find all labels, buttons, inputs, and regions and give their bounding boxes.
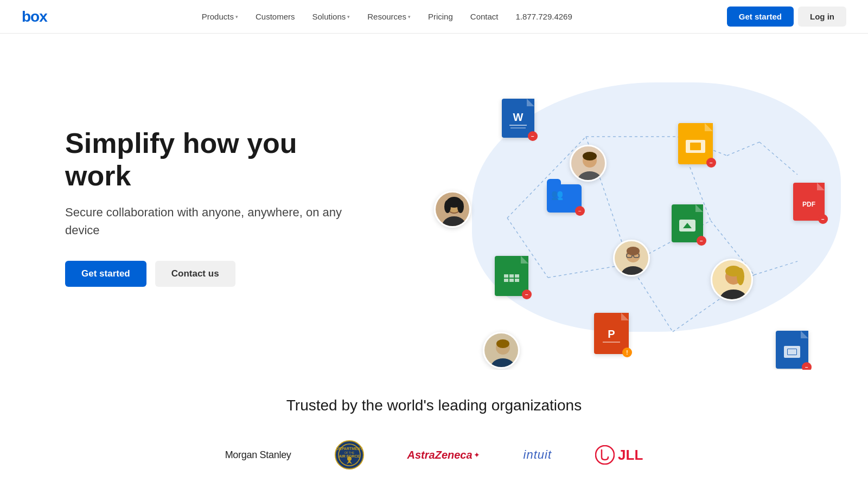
main-nav: Products ▾ Customers Solutions ▾ Resourc… xyxy=(194,8,580,25)
hero-contact-button[interactable]: Contact us xyxy=(155,261,235,287)
astrazeneca-logo: AstraZeneca ✦ xyxy=(407,441,480,468)
header-actions: Get started Log in xyxy=(727,7,846,27)
air-force-seal: DEPARTMENT OF THE AIR FORCE xyxy=(335,441,364,468)
svg-line-12 xyxy=(754,261,797,275)
blueprint-icon: − xyxy=(776,331,808,369)
brand-logos: Morgan Stanley DEPARTMENT OF THE AIR FOR… xyxy=(22,441,846,468)
intuit-logo: intuit xyxy=(524,441,552,468)
hero-get-started-button[interactable]: Get started xyxy=(65,261,146,287)
nav-resources[interactable]: Resources ▾ xyxy=(360,8,418,25)
svg-line-13 xyxy=(760,142,797,175)
morgan-stanley-logo: Morgan Stanley xyxy=(225,441,291,468)
slides-icon: − xyxy=(678,123,713,164)
trusted-section: Trusted by the world's leading organizat… xyxy=(0,370,868,495)
nav-pricing[interactable]: Pricing xyxy=(420,8,461,25)
image-icon: − xyxy=(672,204,703,242)
chevron-down-icon: ▾ xyxy=(347,14,350,20)
svg-point-31 xyxy=(627,247,640,255)
hero-graphic: W − − 👥 − xyxy=(401,66,825,348)
svg-point-47 xyxy=(347,457,352,461)
nav-products[interactable]: Products ▾ xyxy=(194,8,246,25)
avatar-man-top xyxy=(570,145,607,182)
hero-subtitle: Secure collaboration with anyone, anywhe… xyxy=(65,203,347,239)
nav-solutions[interactable]: Solutions ▾ xyxy=(305,8,358,25)
hero-title: Simplify how you work xyxy=(65,127,347,192)
login-button[interactable]: Log in xyxy=(798,7,846,27)
hero-buttons: Get started Contact us xyxy=(65,261,347,287)
get-started-button[interactable]: Get started xyxy=(727,7,794,27)
svg-point-20 xyxy=(457,200,464,213)
svg-text:DEPARTMENT: DEPARTMENT xyxy=(336,447,363,451)
svg-point-48 xyxy=(596,446,614,464)
header: box Products ▾ Customers Solutions ▾ Res… xyxy=(0,0,868,34)
svg-point-19 xyxy=(444,200,451,213)
avatar-woman-left xyxy=(434,191,471,228)
nav-customers[interactable]: Customers xyxy=(248,8,303,25)
logo-text: box xyxy=(22,8,47,25)
avatar-man-glasses xyxy=(613,240,650,277)
svg-point-24 xyxy=(583,152,597,160)
hero-section: Simplify how you work Secure collaborati… xyxy=(0,34,868,370)
svg-point-40 xyxy=(496,339,509,348)
logo[interactable]: box xyxy=(22,8,47,25)
chevron-down-icon: ▾ xyxy=(408,14,411,20)
pdf-icon: PDF − xyxy=(793,183,825,221)
svg-point-36 xyxy=(737,268,744,285)
nav-contact[interactable]: Contact xyxy=(463,8,506,25)
hero-content: Simplify how you work Secure collaborati… xyxy=(65,127,347,287)
word-doc-icon: W − xyxy=(502,99,534,138)
trusted-heading: Trusted by the world's leading organizat… xyxy=(22,397,846,414)
svg-line-6 xyxy=(727,142,760,156)
jll-logo: JLL xyxy=(595,441,643,468)
chevron-down-icon: ▾ xyxy=(235,14,238,20)
powerpoint-icon: P ! xyxy=(594,313,629,354)
avatar-woman-right xyxy=(711,259,753,301)
phone-number[interactable]: 1.877.729.4269 xyxy=(508,8,580,25)
sheets-icon: − xyxy=(495,256,528,296)
avatar-man-bottom xyxy=(483,332,520,369)
folder-icon: 👥 − xyxy=(547,184,582,213)
